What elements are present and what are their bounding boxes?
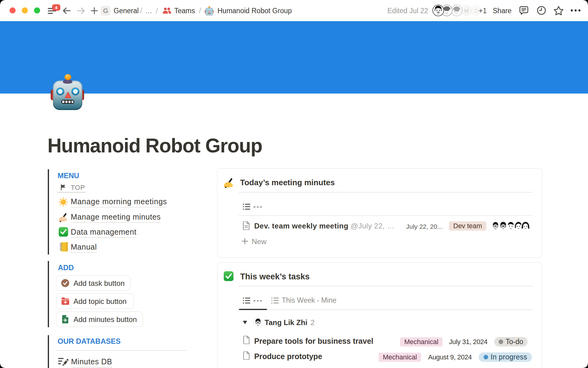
svg-text:M: M: [464, 8, 469, 14]
svg-text:D: D: [474, 8, 478, 14]
